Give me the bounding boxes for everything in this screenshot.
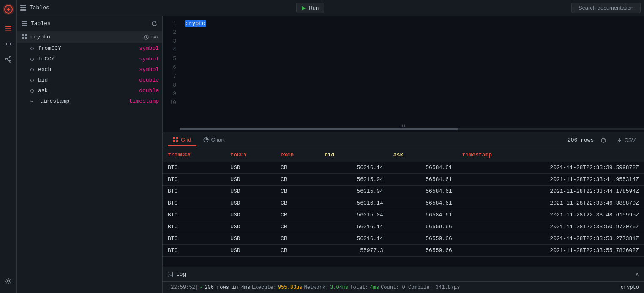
col-name-fromCCY: fromCCY [38, 45, 135, 52]
cell-toccy-1: USD [225, 174, 276, 186]
drag-handle[interactable]: ⠿ [401, 123, 406, 132]
svg-line-8 [7, 58, 9, 59]
editor-content[interactable]: crypto [180, 16, 644, 132]
cell-ask-2: 56584.61 [388, 186, 457, 197]
data-table: fromCCY toCCY exch bid ask timestamp BTC… [163, 148, 644, 257]
search-documentation-button[interactable]: Search documentation [571, 3, 641, 13]
cell-toccy-4: USD [225, 209, 276, 221]
run-label: Run [308, 5, 319, 11]
cell-exch-5: CB [276, 221, 319, 233]
col-type-ask: double [139, 88, 159, 94]
pk-icon: ≔ [30, 99, 35, 104]
cell-toccy-0: USD [225, 162, 276, 174]
column-item-toCCY[interactable]: toCCY symbol [17, 54, 162, 64]
share-nav-icon[interactable] [2, 52, 15, 66]
column-item-fromCCY[interactable]: fromCCY symbol [17, 43, 162, 54]
cell-bid-7: 55977.3 [319, 245, 388, 257]
csv-download-button[interactable]: CSV [613, 135, 639, 145]
editor-scrollbar-thumb [180, 128, 458, 130]
table-grid-icon [22, 34, 27, 40]
table-row: BTC USD CB 56015.04 56584.61 2021-11-28T… [163, 186, 644, 197]
table-partition-badge: DAY [150, 35, 159, 40]
columns-list: fromCCY symbol toCCY symbol exch symbol … [17, 43, 162, 107]
col-name-timestamp: timestamp [40, 98, 125, 104]
table-header: fromCCY toCCY exch bid ask timestamp [163, 148, 644, 162]
status-total-val: 4ms [370, 285, 379, 290]
col-name-ask: ask [38, 88, 135, 94]
results-tabs-bar: Grid Chart 206 rows [163, 132, 644, 148]
table-row: BTC USD CB 56016.14 56559.66 2021-11-28T… [163, 221, 644, 233]
cell-timestamp-5: 2021-11-28T22:33:50.972076Z [457, 221, 644, 233]
column-item-bid[interactable]: bid double [17, 75, 162, 85]
line-num-6: 6 [163, 63, 176, 72]
svg-rect-2 [5, 26, 11, 27]
svg-rect-13 [20, 9, 26, 11]
column-item-ask[interactable]: ask double [17, 85, 162, 96]
col-circle-icon [30, 79, 34, 82]
cell-fromccy-4: BTC [163, 209, 225, 221]
right-panel: 1 2 3 4 5 6 7 8 9 10 crypto ⠿ [163, 16, 644, 293]
column-item-timestamp[interactable]: ≔ timestamp timestamp [17, 96, 162, 107]
svg-rect-19 [22, 37, 24, 39]
svg-point-6 [5, 58, 7, 60]
cell-ask-0: 56584.61 [388, 162, 457, 174]
play-icon: ▶ [302, 5, 306, 11]
settings-nav-icon[interactable] [2, 274, 15, 288]
cell-fromccy-2: BTC [163, 186, 225, 197]
tables-panel-label: Tables [31, 20, 51, 27]
icon-sidebar [0, 0, 17, 293]
tab-chart[interactable]: Chart [198, 134, 230, 146]
tab-grid[interactable]: Grid [168, 134, 196, 146]
tables-title: Tables [30, 5, 49, 11]
cell-bid-5: 56016.14 [319, 221, 388, 233]
cell-fromccy-3: BTC [163, 197, 225, 209]
svg-point-7 [9, 60, 11, 62]
svg-rect-25 [176, 140, 178, 142]
col-type-exch: symbol [139, 66, 159, 73]
col-circle-icon [30, 58, 34, 61]
app-logo[interactable] [3, 3, 14, 15]
cell-ask-3: 56584.61 [388, 197, 457, 209]
col-header-bid: bid [319, 148, 388, 162]
status-check-icon: ✓ [200, 284, 203, 290]
table-item-crypto[interactable]: crypto DAY [17, 31, 162, 43]
grid-tab-icon [173, 137, 178, 142]
chart-tab-icon [203, 137, 209, 142]
svg-rect-27 [168, 272, 173, 277]
refresh-results-button[interactable] [599, 136, 608, 145]
cell-toccy-6: USD [225, 233, 276, 245]
cell-bid-3: 56016.14 [319, 197, 388, 209]
tables-nav-icon[interactable] [2, 22, 15, 36]
top-bar: Tables ▶ Run Search documentation [17, 0, 644, 16]
svg-rect-4 [5, 30, 11, 31]
col-circle-icon [30, 89, 34, 93]
cell-timestamp-0: 2021-11-28T22:33:39.599872Z [457, 162, 644, 174]
code-nav-icon[interactable] [2, 37, 15, 51]
column-item-exch[interactable]: exch symbol [17, 64, 162, 75]
status-count-text: Count: 0 Compile: 341.87μs [381, 285, 460, 290]
cell-exch-7: CB [276, 245, 319, 257]
status-total-label: Total: [350, 285, 368, 290]
tables-icon [20, 5, 26, 11]
col-name-toCCY: toCCY [38, 56, 135, 62]
schema-panel-header: Tables [17, 16, 162, 31]
editor-scrollbar[interactable] [180, 128, 644, 130]
col-header-toccy: toCCY [225, 148, 276, 162]
table-row: BTC USD CB 56016.14 56584.61 2021-11-28T… [163, 162, 644, 174]
col-type-toCCY: symbol [139, 56, 159, 62]
col-name-exch: exch [38, 66, 135, 73]
cell-toccy-2: USD [225, 186, 276, 197]
line-num-7: 7 [163, 72, 176, 81]
data-table-wrap[interactable]: fromCCY toCCY exch bid ask timestamp BTC… [163, 148, 644, 267]
results-area: Grid Chart 206 rows [163, 132, 644, 293]
tab-chart-label: Chart [211, 137, 225, 143]
refresh-tables-button[interactable] [151, 21, 157, 27]
cell-fromccy-5: BTC [163, 221, 225, 233]
cell-timestamp-7: 2021-11-28T22:33:55.783602Z [457, 245, 644, 257]
table-row: BTC USD CB 55977.3 56559.66 2021-11-28T2… [163, 245, 644, 257]
run-button[interactable]: ▶ Run [296, 3, 324, 13]
line-numbers: 1 2 3 4 5 6 7 8 9 10 [163, 16, 180, 132]
col-type-bid: double [139, 77, 159, 83]
log-collapse-btn[interactable]: ∧ [636, 271, 639, 278]
cell-fromccy-0: BTC [163, 162, 225, 174]
